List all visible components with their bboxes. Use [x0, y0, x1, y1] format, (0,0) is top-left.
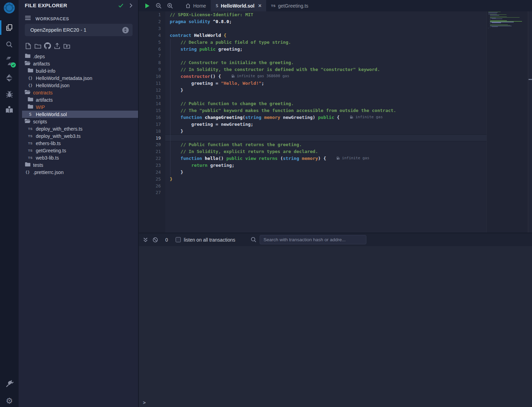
code-line-25[interactable]: 25} [139, 175, 487, 182]
line-number[interactable]: 22 [139, 156, 165, 161]
new-file-icon[interactable] [25, 42, 32, 50]
line-number[interactable]: 12 [139, 88, 165, 93]
tree-item-.prettierrc.json[interactable]: {}.prettierrc.json [19, 169, 138, 176]
line-number[interactable]: 16 [139, 115, 165, 120]
tree-item-WIP[interactable]: WIP [19, 103, 138, 111]
zoom-in-icon[interactable] [164, 0, 176, 11]
code-line-17[interactable]: 17 greeting = newGreeting; [139, 121, 487, 128]
upload-folder-icon[interactable] [63, 42, 70, 50]
code-line-11[interactable]: 11 greeting = "Hello, World!"; [139, 80, 487, 87]
code-line-2[interactable]: 2pragma solidity ^0.8.0; [139, 18, 487, 25]
line-number[interactable]: 24 [139, 170, 165, 175]
line-number[interactable]: 1 [139, 12, 165, 17]
code-line-1[interactable]: 1// SPDX-License-Identifier: MIT [139, 11, 487, 18]
line-number[interactable]: 9 [139, 67, 165, 72]
code-line-22[interactable]: 22 function hello() public view returns … [139, 155, 487, 162]
plugin-manager-icon[interactable] [0, 376, 19, 391]
line-number[interactable]: 11 [139, 81, 165, 86]
search-icon[interactable] [0, 37, 19, 52]
settings-gear-icon[interactable]: ⚙ [0, 393, 19, 407]
clear-console-icon[interactable] [153, 237, 158, 243]
line-number[interactable]: 3 [139, 26, 165, 31]
code-line-7[interactable]: 7 [139, 52, 487, 59]
tree-item-deploy_with_web3.ts[interactable]: TSdeploy_with_web3.ts [19, 132, 138, 140]
code-line-24[interactable]: 24 } [139, 169, 487, 175]
code-line-23[interactable]: 23 return greeting; [139, 162, 487, 169]
code-line-20[interactable]: 20 // Public function that returns the g… [139, 141, 487, 148]
close-tab-icon[interactable]: × [258, 3, 261, 9]
code-line-13[interactable]: 13 [139, 93, 487, 100]
code-line-10[interactable]: 10 constructor() {infinite gas 368600 ga… [139, 73, 487, 80]
code-line-12[interactable]: 12 } [139, 87, 487, 93]
tree-item-getGreeting.ts[interactable]: TSgetGreeting.ts [19, 147, 138, 154]
tree-item-ethers-lib.ts[interactable]: TSethers-lib.ts [19, 140, 138, 147]
chevron-right-icon[interactable] [128, 2, 133, 10]
code-line-4[interactable]: 4contract HelloWorld { [139, 32, 487, 39]
zoom-out-icon[interactable] [153, 0, 164, 11]
github-icon[interactable] [44, 42, 51, 50]
code-line-15[interactable]: 15 // The "public" keyword makes the fun… [139, 107, 487, 114]
code-line-26[interactable]: 26 [139, 182, 487, 189]
line-number[interactable]: 10 [139, 74, 165, 79]
terminal-search-input[interactable] [260, 235, 366, 244]
line-number[interactable]: 26 [139, 183, 165, 189]
tree-item-web3-lib.ts[interactable]: TSweb3-lib.ts [19, 154, 138, 161]
line-number[interactable]: 27 [139, 190, 165, 195]
tree-item-scripts[interactable]: scripts [19, 118, 138, 125]
minimap[interactable] [488, 12, 527, 31]
code-lines[interactable]: 1// SPDX-License-Identifier: MIT2pragma … [139, 11, 487, 196]
line-number[interactable]: 15 [139, 108, 165, 113]
tab-getgreeting-ts[interactable]: TS getGreeting.ts [266, 0, 313, 11]
solidity-compiler-icon[interactable] [0, 53, 19, 69]
tab-home[interactable]: Home [180, 0, 211, 11]
line-number[interactable]: 7 [139, 53, 165, 58]
line-number[interactable]: 8 [139, 60, 165, 65]
upload-file-icon[interactable] [54, 42, 61, 50]
terminal-prompt[interactable]: > [143, 400, 146, 405]
learneth-icon[interactable] [0, 102, 19, 118]
debugger-icon[interactable] [0, 86, 19, 102]
tree-item-HelloWorld.sol[interactable]: SHelloWorld.sol [22, 111, 138, 118]
code-line-27[interactable]: 27 [139, 189, 487, 196]
overview-ruler[interactable] [528, 11, 532, 233]
tree-item-HelloWorld.json[interactable]: {}HelloWorld.json [19, 82, 138, 89]
line-number[interactable]: 23 [139, 163, 165, 168]
line-number[interactable]: 21 [139, 149, 165, 154]
code-line-21[interactable]: 21 // In Solidity, explicit return types… [139, 148, 487, 155]
tree-item-artifacts[interactable]: artifacts [19, 96, 138, 103]
line-number[interactable]: 18 [139, 129, 165, 134]
tree-item-deploy_with_ethers.ts[interactable]: TSdeploy_with_ethers.ts [19, 125, 138, 132]
tree-item-build-info[interactable]: build-info [19, 67, 138, 74]
workspaces-menu-icon[interactable] [25, 16, 31, 22]
code-line-6[interactable]: 6 string public greeting; [139, 45, 487, 52]
run-script-play-button[interactable] [142, 0, 153, 11]
line-number[interactable]: 19 [139, 135, 165, 141]
line-number[interactable]: 4 [139, 33, 165, 38]
tree-item-tests[interactable]: tests [19, 161, 138, 169]
tree-item-.deps[interactable]: .deps [19, 53, 138, 60]
listen-transactions-checkbox[interactable] [176, 237, 181, 242]
file-explorer-icon[interactable] [0, 20, 19, 35]
collapse-terminal-icon[interactable] [143, 237, 148, 243]
tree-item-contracts[interactable]: contracts [19, 89, 138, 96]
tab-helloworld-sol[interactable]: S HelloWorld.sol × [211, 0, 266, 11]
new-folder-icon[interactable] [34, 42, 41, 50]
line-number[interactable]: 13 [139, 94, 165, 100]
code-editor[interactable]: 1// SPDX-License-Identifier: MIT2pragma … [139, 11, 532, 233]
code-line-3[interactable]: 3 [139, 25, 487, 32]
deploy-run-icon[interactable] [0, 70, 19, 86]
line-number[interactable]: 14 [139, 101, 165, 106]
minimap-column[interactable] [487, 11, 528, 233]
code-line-5[interactable]: 5 // Declare a public field of type stri… [139, 39, 487, 45]
code-line-18[interactable]: 18 } [139, 128, 487, 134]
line-number[interactable]: 5 [139, 40, 165, 45]
tree-item-artifacts[interactable]: artifacts [19, 60, 138, 67]
code-line-16[interactable]: 16 function changeGreeting(string memory… [139, 114, 487, 121]
line-number[interactable]: 25 [139, 176, 165, 182]
workspace-select[interactable]: OpenZeppelin ERC20 - 1 [25, 24, 133, 36]
code-line-9[interactable]: 9 // In Solidity, the constructor is def… [139, 66, 487, 73]
line-number[interactable]: 20 [139, 142, 165, 147]
tree-item-HelloWorld_metadata.json[interactable]: {}HelloWorld_metadata.json [19, 74, 138, 82]
code-line-14[interactable]: 14 // Public function to change the gree… [139, 100, 487, 107]
code-line-8[interactable]: 8 // Constructor to initialize the greet… [139, 59, 487, 66]
